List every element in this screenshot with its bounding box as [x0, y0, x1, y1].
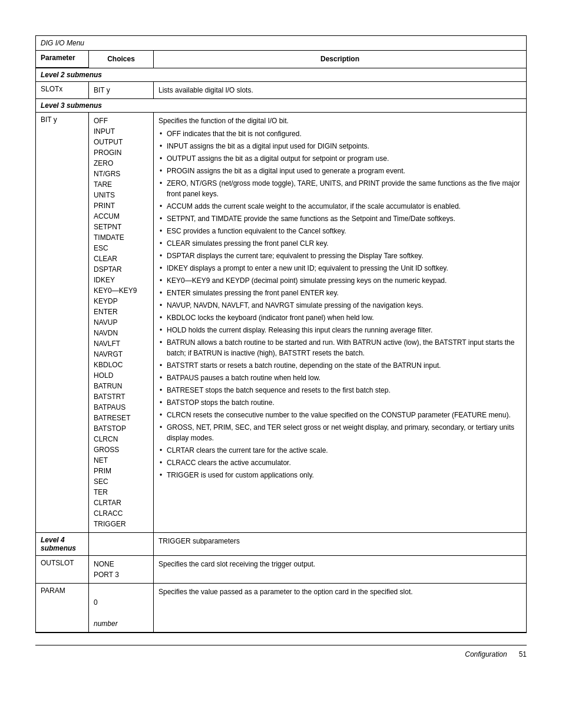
param-param: PARAM	[36, 584, 89, 632]
level2-header: Level 2 submenus	[36, 68, 526, 82]
bullet-item: BATSTOP stops the batch routine.	[158, 397, 521, 408]
bullet-item: BATSTRT starts or resets a batch routine…	[158, 360, 521, 371]
level4-row: Level 4 submenus TRIGGER subparameters	[36, 533, 526, 556]
footer-page: 51	[519, 650, 527, 658]
bullet-item: HOLD holds the current display. Releasin…	[158, 325, 521, 335]
bullet-item: IDKEY displays a prompt to enter a new u…	[158, 263, 521, 274]
bullet-item: KBDLOC locks the keyboard (indicator fro…	[158, 312, 521, 323]
bullet-item: BATRESET stops the batch sequence and re…	[158, 385, 521, 396]
bity-choices: OFF INPUT OUTPUT PROGIN ZERO NT/GRS TARE…	[89, 113, 154, 532]
bullet-item: OFF indicates that the bit is not config…	[158, 129, 521, 139]
level4-choices-empty	[89, 533, 154, 555]
level4-header-cell: Level 4 submenus	[36, 533, 89, 555]
outslot-row: OUTSLOT NONE PORT 3 Specifies the card s…	[36, 556, 526, 584]
slotx-param: SLOTx	[36, 82, 89, 99]
outslot-choices: NONE PORT 3	[89, 556, 154, 583]
param-row: PARAM 0 number Specifies the value passe…	[36, 584, 526, 633]
bullet-item: KEY0—KEY9 and KEYDP (decimal point) simu…	[158, 275, 521, 286]
main-table: DIG I/O Menu Parameter Choices Descripti…	[35, 35, 527, 633]
bullet-item: ACCUM adds the current scale weight to t…	[158, 201, 521, 212]
bity-param: BIT y	[36, 113, 89, 532]
bity-desc: Specifies the function of the digital I/…	[154, 113, 526, 532]
bullet-item: GROSS, NET, PRIM, SEC, and TER select gr…	[158, 422, 521, 443]
bullet-item: DSPTAR displays the current tare; equiva…	[158, 251, 521, 261]
footer: Configuration 51	[35, 645, 527, 658]
table-title: DIG I/O Menu	[36, 36, 526, 51]
outslot-desc: Specifies the card slot receiving the tr…	[154, 556, 526, 583]
slotx-desc: Lists available digital I/O slots.	[154, 82, 526, 99]
bullet-item: OUTPUT assigns the bit as a digital outp…	[158, 153, 521, 164]
bullet-item: NAVUP, NAVDN, NAVLFT, and NAVRGT simulat…	[158, 300, 521, 311]
bullet-item: SETPNT, and TIMDATE provide the same fun…	[158, 213, 521, 224]
bullet-item: INPUT assigns the bit as a digital input…	[158, 141, 521, 151]
bity-bullets: OFF indicates that the bit is not config…	[158, 129, 521, 480]
param-choices: 0 number	[89, 584, 154, 632]
level4-desc: TRIGGER subparameters	[154, 533, 526, 555]
header-choices: Choices	[89, 51, 154, 68]
bullet-item: ENTER simulates pressing the front panel…	[158, 288, 521, 298]
slotx-choices: BIT y	[89, 82, 154, 99]
bity-row: BIT y OFF INPUT OUTPUT PROGIN ZERO NT/GR…	[36, 113, 526, 533]
bity-desc-intro: Specifies the function of the digital I/…	[158, 116, 521, 127]
bullet-item: BATRUN allows a batch routine to be star…	[158, 337, 521, 358]
level3-header: Level 3 submenus	[36, 99, 526, 113]
bullet-item: ZERO, NT/GRS (net/gross mode toggle), TA…	[158, 178, 521, 199]
param-desc: Specifies the value passed as a paramete…	[154, 584, 526, 632]
outslot-param: OUTSLOT	[36, 556, 89, 583]
bullet-item: CLEAR simulates pressing the front panel…	[158, 238, 521, 249]
table-header: Parameter Choices Description	[36, 51, 526, 68]
bullet-item: CLRCN resets the consecutive number to t…	[158, 410, 521, 420]
bullet-item: ESC provides a function equivalent to th…	[158, 226, 521, 236]
header-param: Parameter	[36, 51, 89, 68]
bullet-item: CLRTAR clears the current tare for the a…	[158, 445, 521, 456]
bullet-item: CLRACC clears the active accumulator.	[158, 457, 521, 468]
bullet-item: BATPAUS pauses a batch routine when held…	[158, 373, 521, 383]
bullet-item: PROGIN assigns the bit as a digital inpu…	[158, 166, 521, 176]
bullet-item: TRIGGER is used for custom applications …	[158, 470, 521, 480]
footer-section: Configuration	[465, 650, 507, 658]
slotx-row: SLOTx BIT y Lists available digital I/O …	[36, 82, 526, 100]
header-desc: Description	[154, 51, 526, 68]
